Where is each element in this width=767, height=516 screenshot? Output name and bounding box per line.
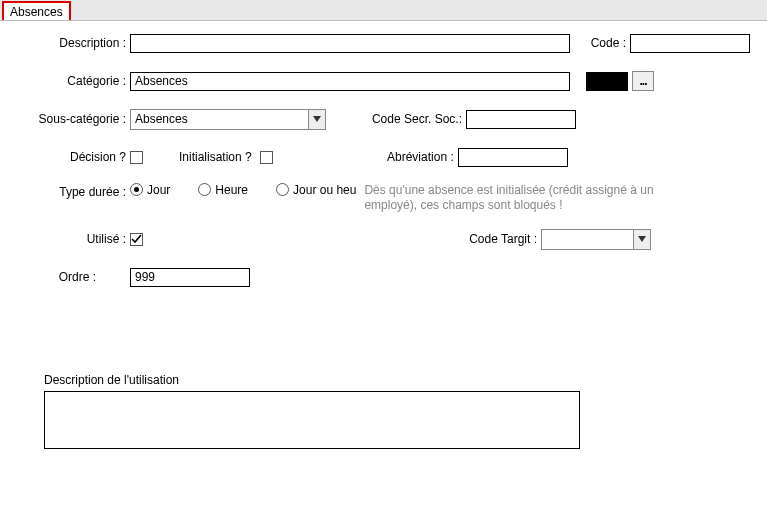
radio-heure[interactable] (198, 183, 211, 196)
decision-checkbox[interactable] (130, 151, 143, 164)
desc-util-textarea[interactable] (44, 391, 580, 449)
code-secr-soc-label: Code Secr. Soc.: (326, 112, 466, 126)
radio-jour-ou-heure[interactable] (276, 183, 289, 196)
sous-categorie-select[interactable]: Absences (130, 109, 326, 130)
utilise-label: Utilisé : (0, 232, 130, 246)
color-swatch (586, 72, 628, 91)
code-targit-select[interactable] (541, 229, 651, 250)
check-icon (131, 234, 142, 245)
ordre-input[interactable] (130, 268, 250, 287)
description-input[interactable] (130, 34, 570, 53)
code-secr-soc-input[interactable] (466, 110, 576, 129)
tab-absences[interactable]: Absences (2, 1, 71, 20)
form-panel: Description : Code : Catégorie : ... Sou… (0, 21, 767, 449)
radio-heure-label: Heure (215, 183, 248, 197)
abreviation-label: Abréviation : (273, 150, 458, 164)
categorie-label: Catégorie : (0, 74, 130, 88)
utilise-checkbox[interactable] (130, 233, 143, 246)
initialisation-checkbox[interactable] (260, 151, 273, 164)
decision-label: Décision ? (0, 150, 130, 164)
code-input[interactable] (630, 34, 750, 53)
ordre-label: Ordre : (0, 270, 100, 284)
radio-jour-label: Jour (147, 183, 170, 197)
initialisation-label: Initialisation ? (179, 150, 256, 164)
code-targit-label: Code Targit : (143, 232, 541, 246)
radio-jour-ou-heure-label: Jour ou heu (293, 183, 356, 197)
code-label: Code : (570, 36, 630, 50)
radio-jour[interactable] (130, 183, 143, 196)
description-label: Description : (0, 36, 130, 50)
hint-text: Dès qu'une absence est initialisée (créd… (364, 183, 689, 213)
desc-util-label: Description de l'utilisation (44, 373, 767, 387)
chevron-down-icon (308, 110, 325, 129)
type-duree-label: Type durée : (0, 183, 130, 199)
tab-bar: Absences (0, 0, 767, 21)
categorie-input[interactable] (130, 72, 570, 91)
sous-categorie-label: Sous-catégorie : (0, 112, 130, 126)
abreviation-input[interactable] (458, 148, 568, 167)
sous-categorie-value: Absences (135, 112, 188, 126)
chevron-down-icon (633, 230, 650, 249)
color-picker-button[interactable]: ... (632, 71, 654, 91)
